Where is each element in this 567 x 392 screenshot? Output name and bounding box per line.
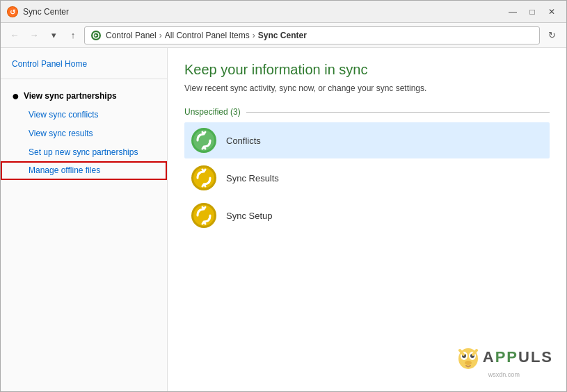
- content-area: Keep your information in sync View recen…: [168, 48, 566, 392]
- section-label: Unspecified (3): [184, 107, 246, 117]
- sidebar-item-view-sync-partnerships[interactable]: ● View sync partnerships: [1, 86, 167, 106]
- main-layout: Control Panel Home ● View sync partnersh…: [1, 48, 566, 392]
- path-part3: Sync Center: [258, 31, 307, 40]
- address-path: Control Panel › All Control Panel Items …: [106, 31, 307, 40]
- title-bar-left: ↺ Sync Center: [6, 6, 69, 18]
- sidebar-item-view-sync-conflicts[interactable]: View sync conflicts: [1, 106, 167, 124]
- sidebar-item-label: View sync results: [29, 128, 93, 140]
- list-item-sync-results-label: Sync Results: [226, 173, 279, 183]
- sidebar-control-panel-home[interactable]: Control Panel Home: [1, 56, 167, 76]
- list-item-sync-results[interactable]: Sync Results: [184, 160, 550, 196]
- path-part1: Control Panel: [106, 31, 157, 40]
- refresh-button[interactable]: ↻: [543, 26, 561, 44]
- address-bar: ← → ▾ ↑ Control Panel › All Control Pane…: [1, 23, 566, 48]
- sep1: ›: [159, 31, 162, 40]
- address-input[interactable]: Control Panel › All Control Panel Items …: [84, 26, 540, 44]
- section-header: Unspecified (3): [184, 107, 550, 117]
- minimize-button[interactable]: —: [504, 4, 522, 19]
- title-bar-controls: — □ ✕: [504, 4, 561, 19]
- title-bar: ↺ Sync Center — □ ✕: [1, 1, 566, 23]
- sidebar-item-label: Set up new sync partnerships: [29, 147, 138, 158]
- sidebar-nav: ● View sync partnerships View sync confl…: [1, 82, 167, 184]
- back-button[interactable]: ←: [6, 27, 23, 44]
- close-button[interactable]: ✕: [543, 4, 561, 19]
- path-part2: All Control Panel Items: [165, 31, 250, 40]
- appuals-brand-text: APPULS: [483, 348, 553, 366]
- sidebar-item-label: View sync conflicts: [29, 109, 98, 121]
- list-item-sync-setup[interactable]: Sync Setup: [184, 197, 550, 234]
- active-bullet: ●: [12, 90, 19, 102]
- content-title: Keep your information in sync: [184, 62, 550, 78]
- section-line: [246, 112, 550, 113]
- dropdown-button[interactable]: ▾: [45, 27, 62, 44]
- list-item-conflicts[interactable]: Conflicts: [184, 122, 550, 158]
- sidebar-item-label: View sync partnerships: [24, 90, 117, 102]
- sidebar-item-set-up-new-sync-partnerships[interactable]: Set up new sync partnerships: [1, 143, 167, 162]
- appuals-logo: APPULS: [455, 343, 553, 371]
- sidebar-item-manage-offline-files[interactable]: Manage offline files: [1, 161, 167, 180]
- content-subtitle: View recent sync activity, sync now, or …: [184, 83, 550, 93]
- list-item-sync-setup-label: Sync Setup: [226, 211, 273, 221]
- appuals-url: wsxdn.com: [488, 371, 520, 378]
- sync-center-icon: ↺: [6, 6, 19, 18]
- maximize-button[interactable]: □: [523, 4, 541, 19]
- sidebar-divider: [1, 79, 167, 79]
- up-button[interactable]: ↑: [65, 27, 81, 44]
- list-item-conflicts-label: Conflicts: [226, 136, 261, 146]
- address-icon: [90, 30, 102, 41]
- conflicts-icon: [190, 126, 218, 154]
- sync-list: Conflicts Sync Results: [184, 122, 550, 234]
- appuals-watermark-area: APPULS wsxdn.com: [455, 343, 553, 378]
- sep2: ›: [253, 31, 255, 40]
- sync-setup-icon: [190, 202, 218, 229]
- sidebar-item-view-sync-results[interactable]: View sync results: [1, 124, 167, 143]
- svg-text:↺: ↺: [10, 8, 16, 16]
- forward-button[interactable]: →: [26, 27, 42, 44]
- svg-point-15: [465, 361, 472, 365]
- appuals-mascot: [455, 343, 481, 371]
- sidebar: Control Panel Home ● View sync partnersh…: [1, 48, 168, 392]
- sidebar-item-label: Manage offline files: [29, 165, 100, 177]
- title-bar-title: Sync Center: [23, 7, 69, 17]
- sync-results-icon: [190, 164, 218, 192]
